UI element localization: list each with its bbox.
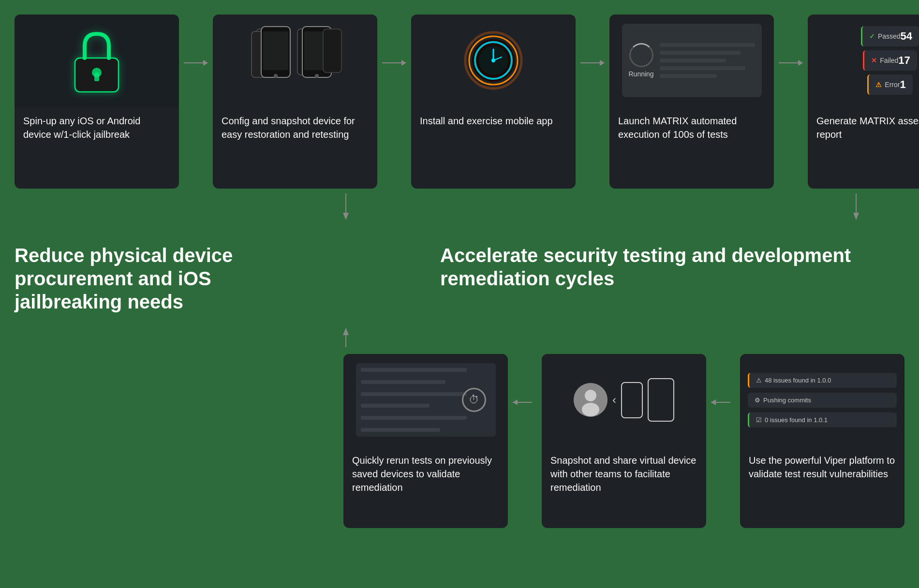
person-avatar [574,383,608,417]
card-launch-text: Launch MATRIX automated execution of 100… [609,106,774,149]
running-lines-col [660,43,755,78]
stats-area: ✓ Passed 54 ✕ Failed 17 ⚠ Error 1 [808,15,919,106]
dash-line-6 [361,428,440,432]
svg-point-29 [582,403,599,416]
svg-rect-2 [94,73,99,81]
stat-failed: ✕ Failed 17 [863,50,917,71]
top-row: Spin-up any iOS or Android device w/1-cl… [0,10,919,193]
chevron-left-icon: ‹ [612,393,616,407]
success-check-icon: ☑ [756,416,762,424]
warning-icon: ⚠ [756,377,762,384]
progress-line-3 [660,59,726,62]
dashboard-image-area: ⏱ [343,354,508,446]
error-value: 1 [900,78,905,91]
card-generate-text: Generate MATRIX assessment report [808,106,919,149]
stat-error: ⚠ Error 1 [867,74,912,95]
dash-line-1 [361,368,467,372]
viper-image-area: ⚠ 48 issues found in 1.0.0 ⚙ Pushing com… [740,354,904,446]
card-snapshot: ‹ Snapshot and share virtual device with… [542,354,706,528]
card-snapshot-text: Snapshot and share virtual device with o… [542,446,706,502]
svg-rect-12 [323,29,341,73]
issues-found-text-2: 0 issues found in 1.0.1 [765,416,828,424]
arrow-4 [779,15,803,68]
svg-point-11 [315,74,319,78]
card-rerun-text: Quickly rerun tests on previously saved … [343,446,508,502]
card-launch: Running Launch MATRIX automated executio… [609,15,774,189]
clock-image-area [411,15,576,106]
running-area: Running [609,15,774,106]
svg-point-28 [585,390,596,401]
arrow-bottom-1 [513,397,537,407]
running-label: Running [629,70,654,78]
running-inner: Running [622,24,762,97]
left-heading: Reduce physical device procurement and i… [10,234,290,323]
spinner-col: Running [629,43,654,78]
issues-found-badge-2: ☑ 0 issues found in 1.0.1 [748,412,897,427]
gauge-icon: ⏱ [462,388,486,412]
snapshot-image-area: ‹ [542,354,706,446]
arrow-2 [382,15,406,68]
right-heading: Accelerate security testing and developm… [435,234,909,323]
spinning-icon: ⚙ [755,397,760,404]
bottom-row: ⏱ Quickly rerun tests on previously save… [0,349,919,533]
phone-outline-large [648,378,674,422]
progress-line-1 [660,43,755,47]
progress-line-4 [660,66,745,70]
error-label: Error [885,81,900,88]
card-spin-up-text: Spin-up any iOS or Android device w/1-cl… [15,106,179,149]
error-warning-icon: ⚠ [875,81,882,88]
svg-point-7 [274,74,278,78]
arrows-section [10,193,909,224]
vertical-arrows-svg-2 [10,328,909,347]
middle-section: Reduce physical device procurement and i… [0,224,919,328]
pushing-commits-text: Pushing commits [763,397,811,404]
loading-spinner [629,43,653,67]
svg-rect-6 [263,31,288,70]
svg-marker-26 [343,328,349,335]
dashboard-inner: ⏱ [356,363,496,437]
dash-line-3 [361,392,467,396]
svg-marker-24 [853,213,859,220]
dash-line-2 [361,380,445,384]
lock-image-area [15,15,179,106]
passed-check-icon: ✓ [869,32,875,40]
issues-found-badge-1: ⚠ 48 issues found in 1.0.0 [748,373,897,388]
arrow-1 [184,15,208,68]
progress-line-2 [660,51,741,55]
progress-line-5 [660,74,717,78]
card-viper-text: Use the powerful Viper platform to valid… [740,446,904,488]
card-rerun: ⏱ Quickly rerun tests on previously save… [343,354,508,528]
dash-line-4 [361,404,430,408]
vertical-arrows-svg [10,193,909,222]
failed-label: Failed [880,57,898,64]
passed-value: 54 [901,30,912,43]
dashboard-lines [361,368,467,432]
card-viper: ⚠ 48 issues found in 1.0.0 ⚙ Pushing com… [740,354,904,528]
card-config: Config and snapshot device for easy rest… [213,15,377,189]
failed-value: 17 [898,54,910,67]
pushing-commits-badge: ⚙ Pushing commits [748,393,897,408]
avatar-circle [574,383,608,417]
phone-stack-area [213,15,377,106]
svg-point-20 [491,59,495,62]
card-spin-up: Spin-up any iOS or Android device w/1-cl… [15,15,179,189]
clock-icon [462,29,525,92]
main-container: Spin-up any iOS or Android device w/1-cl… [0,0,919,543]
card-install-text: Install and exercise mobile app [411,106,576,135]
arrow-bottom-2 [711,397,735,407]
card-generate: ✓ Passed 54 ✕ Failed 17 ⚠ Error 1 Genera… [808,15,919,189]
phone-outline-small [621,382,643,418]
issues-found-text-1: 48 issues found in 1.0.0 [765,377,831,384]
dash-line-5 [361,416,467,420]
arrow-3 [580,15,605,68]
phones-icon [247,22,343,99]
card-config-text: Config and snapshot device for easy rest… [213,106,377,149]
card-install: Install and exercise mobile app [411,15,576,189]
failed-x-icon: ✕ [871,57,877,64]
svg-marker-22 [343,213,349,220]
arrows-section-2 [10,328,909,349]
passed-label: Passed [878,32,901,40]
stat-passed: ✓ Passed 54 [861,26,919,46]
lock-icon [68,27,126,94]
